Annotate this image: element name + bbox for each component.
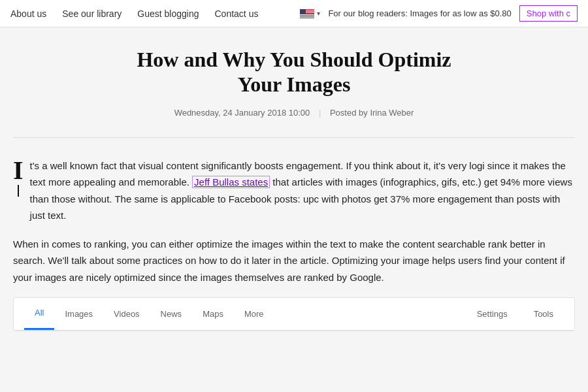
google-search-section: All Images Videos News Maps More Setting…: [13, 297, 575, 331]
nav-about-us[interactable]: About us: [10, 8, 46, 19]
meta-separator: |: [319, 108, 321, 118]
article-divider: [13, 137, 575, 138]
tab-maps[interactable]: Maps: [192, 299, 234, 329]
tab-tools[interactable]: Tools: [523, 299, 564, 329]
google-tabs: All Images Videos News Maps More Setting…: [14, 298, 574, 331]
article-date: Wednesday, 24 January 2018 10:00: [174, 108, 310, 118]
tab-videos[interactable]: Videos: [103, 299, 150, 329]
flag-us-icon: [300, 9, 314, 18]
nav-contact-us[interactable]: Contact us: [215, 8, 259, 19]
drop-cap-letter: I: [13, 157, 24, 184]
nav-links: About us See our library Guest blogging …: [10, 8, 258, 19]
nav-see-library[interactable]: See our library: [62, 8, 122, 19]
paragraph1-text: t's a well known fact that visual conten…: [30, 157, 575, 224]
article-paragraph-2: When in comes to ranking, you can either…: [13, 236, 575, 286]
shop-button[interactable]: Shop with c: [519, 5, 578, 22]
tab-more[interactable]: More: [234, 299, 274, 329]
article-title-line1: How and Why You Should Optimiz: [137, 48, 451, 71]
article-title: How and Why You Should Optimiz Your Imag…: [13, 47, 575, 97]
article-meta: Wednesday, 24 January 2018 10:00 | Poste…: [13, 108, 575, 118]
article-title-line2: Your Images: [238, 73, 351, 96]
article-body: I t's a well known fact that visual cont…: [13, 157, 575, 332]
promo-bar: ▾ For our blog readers: Images for as lo…: [300, 5, 578, 22]
chevron-down-icon: ▾: [317, 10, 320, 17]
jeff-bullas-link[interactable]: Jeff Bullas states: [192, 176, 270, 188]
nav-guest-blogging[interactable]: Guest blogging: [137, 8, 199, 19]
tab-images[interactable]: Images: [54, 299, 103, 329]
tab-all[interactable]: All: [24, 298, 54, 330]
author-prefix: Posted by: [330, 108, 368, 118]
drop-cap-block: I: [13, 157, 24, 224]
language-selector[interactable]: ▾: [300, 9, 320, 18]
tab-news[interactable]: News: [150, 299, 193, 329]
drop-cap-line: [18, 185, 19, 197]
top-navigation: About us See our library Guest blogging …: [0, 0, 588, 27]
main-content: How and Why You Should Optimiz Your Imag…: [0, 27, 588, 331]
promo-text: For our blog readers: Images for as low …: [328, 8, 511, 18]
article-paragraph-1: I t's a well known fact that visual cont…: [13, 157, 575, 224]
tab-settings[interactable]: Settings: [466, 299, 518, 329]
article-author: Irina Weber: [370, 108, 414, 118]
